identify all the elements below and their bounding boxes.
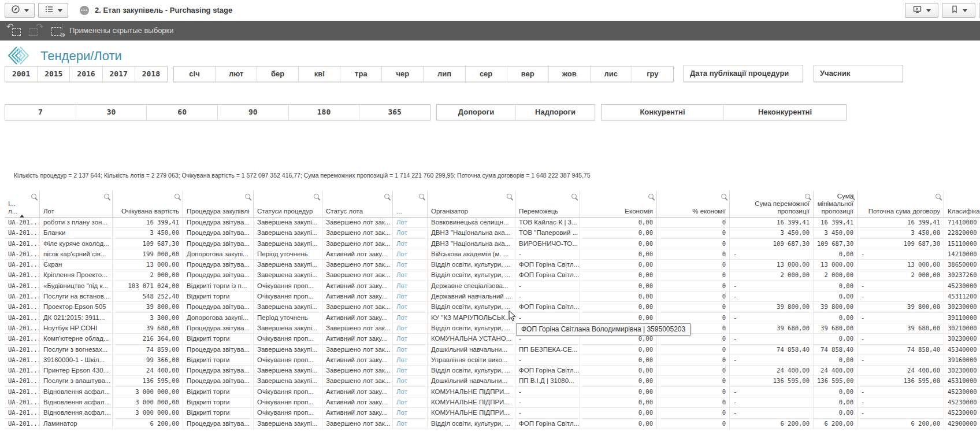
- table-cell[interactable]: 0,00: [814, 292, 858, 301]
- table-cell[interactable]: 16 399,41: [858, 218, 944, 227]
- table-cell[interactable]: -: [730, 355, 814, 365]
- table-cell[interactable]: Процедура звітува...: [183, 345, 254, 355]
- table-cell[interactable]: 0: [657, 366, 730, 375]
- table-cell[interactable]: 0: [657, 281, 730, 291]
- table-cell[interactable]: 0: [657, 218, 730, 227]
- table-cell[interactable]: -: [858, 249, 944, 259]
- table-cell[interactable]: Очікування проп...: [254, 408, 322, 418]
- table-cell[interactable]: 0,00: [580, 281, 657, 291]
- table-cell[interactable]: -: [858, 334, 944, 344]
- table-cell[interactable]: Відкриті торги: [183, 387, 254, 397]
- table-cell[interactable]: UA-201...: [5, 260, 40, 270]
- table-cell[interactable]: Лот: [393, 260, 428, 270]
- table-cell[interactable]: 3 450,00: [730, 228, 814, 238]
- month-button[interactable]: січ: [174, 67, 216, 82]
- participant-filter-input[interactable]: Учасник: [814, 65, 903, 82]
- table-cell[interactable]: 22820000: [944, 228, 980, 238]
- table-cell[interactable]: 6 200,00: [858, 419, 944, 429]
- table-cell[interactable]: 74 858,40: [814, 345, 858, 355]
- table-cell[interactable]: 45340000: [944, 345, 980, 355]
- column-header[interactable]: Процедура закупівлі: [183, 191, 254, 217]
- table-cell[interactable]: 39 800,00: [730, 302, 814, 312]
- table-cell[interactable]: Активний лот заку...: [322, 292, 393, 301]
- table-cell[interactable]: 39 680,00: [730, 323, 814, 333]
- table-cell[interactable]: Ламинатор: [40, 419, 113, 429]
- table-cell[interactable]: 2 000,00: [858, 270, 944, 280]
- table-cell[interactable]: Процедура звітува...: [183, 376, 254, 386]
- table-cell[interactable]: Лот: [393, 376, 428, 386]
- table-cell[interactable]: UA-201...: [5, 387, 40, 397]
- table-cell[interactable]: 0,00: [580, 270, 657, 280]
- table-cell[interactable]: Відділ освіти, культури, ...: [428, 366, 515, 375]
- table-cell[interactable]: -: [730, 334, 814, 344]
- month-button[interactable]: тра: [340, 67, 382, 82]
- table-cell[interactable]: UA-201...: [5, 270, 40, 280]
- table-cell[interactable]: 45311200: [944, 292, 980, 301]
- table-cell[interactable]: UA-201...: [5, 334, 40, 344]
- table-cell[interactable]: 0,00: [580, 345, 657, 355]
- days-button[interactable]: 7: [5, 105, 76, 120]
- table-cell[interactable]: 13 000,00: [730, 260, 814, 270]
- table-cell[interactable]: 45230000: [944, 387, 980, 397]
- table-cell[interactable]: Лот: [393, 228, 428, 238]
- month-button[interactable]: вер: [507, 67, 549, 82]
- table-cell[interactable]: 3 000 000,00: [113, 387, 183, 397]
- table-cell[interactable]: UA-201...: [5, 323, 40, 333]
- table-cell[interactable]: 39 680,00: [858, 323, 944, 333]
- table-cell[interactable]: 2 000,00: [814, 270, 858, 280]
- table-cell[interactable]: Завершено лот зак...: [322, 270, 393, 280]
- table-cell[interactable]: Лот: [393, 313, 428, 323]
- table-cell[interactable]: 39 800,00: [814, 302, 858, 312]
- table-cell[interactable]: -: [730, 387, 814, 397]
- table-cell[interactable]: ФОП Горіна Світл...: [515, 260, 580, 270]
- table-cell[interactable]: КОМУНАЛЬНЕ ПІДПРИ...: [428, 408, 515, 418]
- table-cell[interactable]: 0,00: [580, 302, 657, 312]
- clear-selections-icon[interactable]: ⊗: [49, 25, 64, 36]
- table-cell[interactable]: 3 450,00: [814, 228, 858, 238]
- table-cell[interactable]: UA-201...: [5, 397, 40, 407]
- table-cell[interactable]: UA-201...: [5, 345, 40, 355]
- table-cell[interactable]: Очікування проп...: [254, 292, 322, 301]
- table-cell[interactable]: ПП В.І.Д | 31080...: [515, 376, 580, 386]
- table-cell[interactable]: Дошкільний навчальни...: [428, 376, 515, 386]
- table-cell[interactable]: Очікування проп...: [254, 397, 322, 407]
- table-cell[interactable]: Єкран: [40, 260, 113, 270]
- table-cell[interactable]: -: [858, 387, 944, 397]
- table-cell[interactable]: 39160000-1 - Шкіл...: [40, 355, 113, 365]
- table-cell[interactable]: 3 450,00: [858, 228, 944, 238]
- table-cell[interactable]: Завершено лот зак...: [322, 228, 393, 238]
- table-cell[interactable]: 109 687,30: [113, 239, 183, 249]
- table-cell[interactable]: 2 000,00: [730, 270, 814, 280]
- column-header[interactable]: Статус лота: [322, 191, 393, 217]
- table-cell[interactable]: 103 071 024,00: [113, 281, 183, 291]
- table-cell[interactable]: -: [730, 408, 814, 418]
- column-header[interactable]: ...: [393, 191, 428, 217]
- table-cell[interactable]: 0,00: [814, 313, 858, 323]
- table-cell[interactable]: 548 252,40: [113, 292, 183, 301]
- threshold-button[interactable]: Допороги: [437, 105, 516, 120]
- table-cell[interactable]: UA-201...: [5, 313, 40, 323]
- table-cell[interactable]: Відкриті торги: [183, 334, 254, 344]
- table-cell[interactable]: Відновлення асфал...: [40, 387, 113, 397]
- table-cell[interactable]: Процедура звітува...: [183, 218, 254, 227]
- table-cell[interactable]: Активний лот заку...: [322, 281, 393, 291]
- table-cell[interactable]: Очікування проп...: [254, 355, 322, 365]
- table-cell[interactable]: 30237260: [944, 270, 980, 280]
- threshold-button[interactable]: Надпороги: [516, 105, 595, 120]
- table-cell[interactable]: Активний лот заку...: [322, 387, 393, 397]
- table-cell[interactable]: 13 000,00: [113, 260, 183, 270]
- table-cell[interactable]: -: [515, 408, 580, 418]
- column-header[interactable]: % економії: [657, 191, 730, 217]
- competition-button[interactable]: Неконкурентні: [724, 105, 846, 120]
- table-cell[interactable]: Завершена закупі...: [254, 302, 322, 312]
- table-cell[interactable]: Очікування проп...: [254, 387, 322, 397]
- year-button[interactable]: 2017: [103, 67, 135, 82]
- table-cell[interactable]: 6 200,00: [814, 419, 858, 429]
- table-cell[interactable]: 0: [657, 419, 730, 429]
- table-cell[interactable]: Лот: [393, 302, 428, 312]
- table-cell[interactable]: Відкриті торги: [183, 397, 254, 407]
- table-cell[interactable]: 0,00: [814, 281, 858, 291]
- table-cell[interactable]: Допорогова закупі...: [183, 313, 254, 323]
- search-icon[interactable]: [805, 194, 810, 199]
- table-cell[interactable]: Очікування проп...: [254, 281, 322, 291]
